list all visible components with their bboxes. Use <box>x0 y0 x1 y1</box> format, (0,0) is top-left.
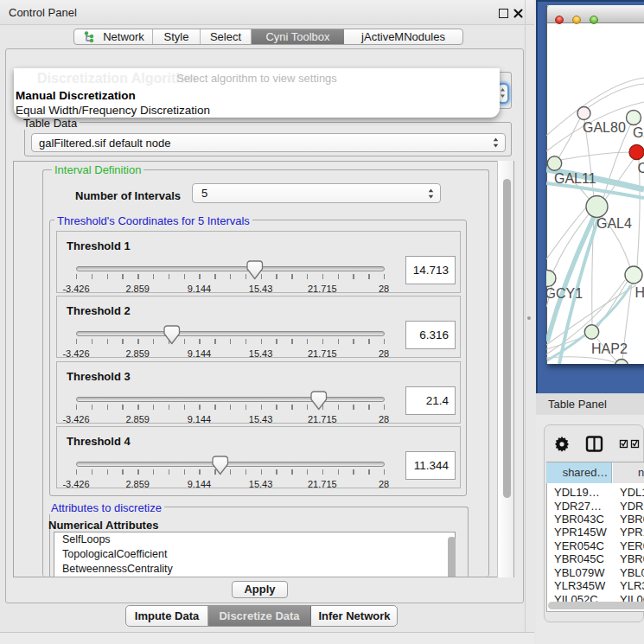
svg-text:HAP2: HAP2 <box>591 341 628 356</box>
svg-text:HIS4: HIS4 <box>635 285 644 300</box>
svg-text:GAL11: GAL11 <box>554 171 596 186</box>
svg-text:GCY1: GCY1 <box>546 286 583 301</box>
svg-text:CDC6: CDC6 <box>638 161 644 175</box>
svg-text:GAL2: GAL2 <box>633 125 644 140</box>
svg-text:GAL80: GAL80 <box>583 120 626 135</box>
svg-text:GAL4: GAL4 <box>596 216 632 231</box>
